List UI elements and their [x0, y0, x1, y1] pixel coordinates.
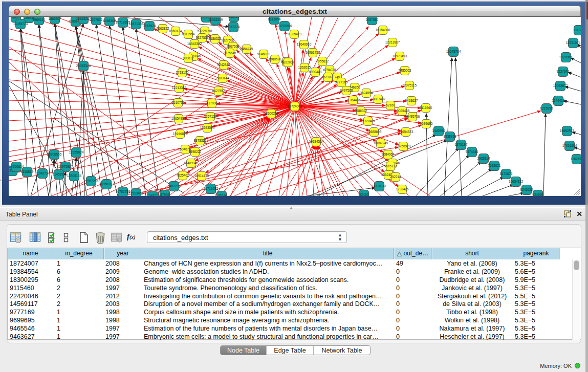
svg-text:10653267: 10653267 [76, 17, 91, 20]
svg-text:19384554: 19384554 [309, 140, 324, 143]
svg-text:87946: 87946 [160, 193, 169, 196]
svg-text:2718170: 2718170 [176, 71, 189, 74]
svg-text:2933114: 2933114 [477, 157, 490, 160]
svg-text:1588520: 1588520 [269, 57, 281, 61]
svg-text:92450: 92450 [359, 193, 368, 196]
svg-text:17359924: 17359924 [69, 150, 84, 154]
svg-text:9327503: 9327503 [196, 36, 209, 39]
svg-text:1865307: 1865307 [49, 17, 61, 20]
svg-text:1244415: 1244415 [552, 99, 565, 102]
svg-text:8215958: 8215958 [540, 106, 553, 110]
svg-text:8454749: 8454749 [241, 47, 253, 51]
svg-text:1145193: 1145193 [53, 172, 66, 176]
svg-text:7485003: 7485003 [399, 69, 411, 72]
svg-text:6497568: 6497568 [340, 89, 353, 92]
svg-text:1733426: 1733426 [396, 187, 409, 191]
svg-text:5498222: 5498222 [189, 150, 202, 154]
svg-text:3875645: 3875645 [224, 51, 236, 55]
svg-text:2967608: 2967608 [227, 45, 239, 48]
svg-text:14136141: 14136141 [372, 184, 387, 188]
svg-text:7663822: 7663822 [157, 27, 169, 30]
svg-text:14055724: 14055724 [13, 22, 28, 26]
svg-text:9129966: 9129966 [560, 55, 573, 59]
svg-text:8471676: 8471676 [500, 172, 513, 176]
svg-text:9474444: 9474444 [466, 150, 478, 154]
svg-text:2087682: 2087682 [366, 18, 379, 21]
svg-text:3267130: 3267130 [204, 115, 217, 118]
svg-text:104523: 104523 [147, 194, 158, 196]
svg-text:8186323: 8186323 [209, 37, 222, 40]
svg-text:19166825: 19166825 [173, 132, 188, 136]
svg-text:13533594: 13533594 [200, 126, 215, 129]
svg-text:17016504: 17016504 [562, 144, 577, 147]
svg-text:16914479: 16914479 [194, 174, 209, 178]
svg-text:13640910: 13640910 [297, 42, 312, 46]
svg-text:1969141: 1969141 [33, 18, 46, 21]
svg-text:10973493: 10973493 [393, 54, 407, 58]
svg-text:8912954: 8912954 [182, 32, 195, 36]
svg-text:8938918: 8938918 [444, 135, 456, 138]
svg-text:10756928: 10756928 [396, 144, 411, 148]
svg-text:153246: 153246 [216, 194, 227, 196]
svg-text:17957255: 17957255 [84, 179, 99, 183]
svg-text:10654985: 10654985 [171, 117, 186, 120]
svg-text:10688609: 10688609 [367, 130, 382, 134]
svg-text:6379197: 6379197 [455, 143, 468, 146]
svg-text:9146821: 9146821 [257, 52, 270, 56]
svg-text:9457791: 9457791 [168, 184, 181, 188]
svg-text:15751074: 15751074 [566, 41, 581, 45]
svg-text:16648784: 16648784 [446, 50, 461, 53]
svg-text:7955812: 7955812 [316, 59, 329, 63]
svg-text:16154808: 16154808 [376, 28, 390, 32]
svg-text:7632621: 7632621 [488, 164, 501, 167]
svg-text:12093872: 12093872 [553, 84, 568, 87]
svg-text:863954: 863954 [228, 17, 239, 18]
svg-text:1440954: 1440954 [432, 129, 445, 133]
svg-text:9463627: 9463627 [405, 99, 418, 102]
svg-text:12213383: 12213383 [172, 86, 187, 90]
svg-text:12505135: 12505135 [67, 174, 82, 178]
svg-text:1156819: 1156819 [21, 170, 34, 173]
svg-text:10719185: 10719185 [116, 20, 130, 24]
svg-text:9115460: 9115460 [420, 106, 432, 110]
svg-text:1615132: 1615132 [384, 164, 397, 168]
svg-text:8990448: 8990448 [309, 70, 322, 74]
svg-text:9084067: 9084067 [382, 152, 395, 156]
svg-text:15716485: 15716485 [204, 187, 219, 190]
svg-text:8813054: 8813054 [268, 17, 281, 21]
svg-text:18300295: 18300295 [264, 112, 279, 115]
svg-text:12942737: 12942737 [35, 171, 50, 175]
svg-text:1527602: 1527602 [90, 18, 103, 21]
svg-text:12975115: 12975115 [402, 83, 417, 87]
svg-text:1362615: 1362615 [298, 65, 311, 69]
svg-text:989612: 989612 [183, 56, 194, 60]
svg-text:19654923: 19654923 [399, 130, 413, 134]
svg-text:10807487: 10807487 [371, 97, 386, 101]
svg-text:12213967: 12213967 [385, 40, 400, 44]
svg-text:10025438: 10025438 [395, 109, 410, 113]
svg-text:16961758: 16961758 [306, 51, 320, 54]
svg-text:417006: 417006 [206, 101, 217, 105]
svg-text:14350614: 14350614 [9, 165, 24, 168]
svg-text:111226: 111226 [574, 28, 581, 32]
svg-text:8860: 8860 [12, 17, 20, 19]
svg-text:9327502: 9327502 [222, 38, 234, 42]
svg-text:9699695: 9699695 [420, 122, 433, 125]
svg-text:20053346: 20053346 [76, 64, 91, 68]
svg-text:8427552: 8427552 [212, 89, 225, 93]
svg-text:16495756: 16495756 [405, 115, 420, 118]
svg-text:1610755: 1610755 [172, 101, 185, 104]
svg-text:8878334: 8878334 [194, 139, 207, 142]
svg-text:11325419: 11325419 [287, 32, 301, 36]
svg-text:10958107: 10958107 [99, 182, 114, 186]
svg-text:16543362: 16543362 [187, 42, 202, 46]
svg-text:9242848: 9242848 [217, 63, 230, 67]
svg-text:6466160: 6466160 [103, 19, 116, 23]
svg-text:15692971: 15692971 [560, 129, 575, 133]
svg-text:20206556: 20206556 [47, 152, 62, 156]
svg-text:10654112: 10654112 [509, 180, 523, 183]
svg-text:7357274: 7357274 [227, 25, 240, 29]
svg-text:8960124: 8960124 [169, 29, 182, 33]
svg-text:62160: 62160 [386, 103, 395, 107]
svg-text:6794028: 6794028 [323, 68, 336, 72]
